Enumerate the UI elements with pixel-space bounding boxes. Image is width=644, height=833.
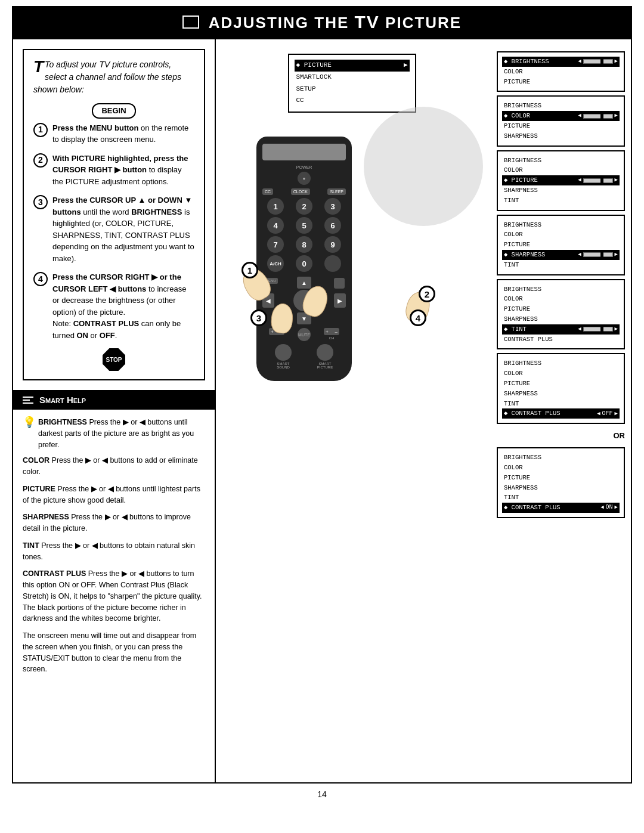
btn-0[interactable]: 0: [296, 255, 312, 272]
btn-8[interactable]: 8: [296, 236, 312, 253]
tv-icon: [182, 16, 199, 29]
stop-octagon: STOP: [103, 348, 125, 371]
step-1: 1 Press the MENU button on the remote to…: [33, 122, 194, 145]
remote-body: POWER ● CC CLOCK SLEEP 1 2 3: [256, 137, 352, 381]
smart-labels-row: SMARTSOUND SMARTPICTURE: [262, 344, 346, 369]
extra-btn[interactable]: [334, 278, 345, 289]
step-3: 3 Press the CURSOR UP ▲ or DOWN ▼ button…: [33, 194, 194, 264]
step-2: 2 With PICTURE highlighted, press the CU…: [33, 153, 194, 188]
smart-help-title: Smart Help: [39, 395, 86, 405]
step-num-1: 1: [33, 123, 48, 137]
remote-column: ◆ PICTURE▶ SMARTLOCK SETUP CC POWER ●: [216, 45, 488, 776]
instructions-box: T To adjust your TV picture controls, se…: [23, 49, 205, 380]
menu-item-cc: CC: [296, 95, 408, 107]
sh-color: COLOR Press the ▶ or ◀ buttons to add or…: [23, 455, 205, 478]
remote-screen: [262, 144, 346, 160]
begin-button: BEGIN: [92, 103, 135, 119]
step-text-2: With PICTURE highlighted, press the CURS…: [52, 153, 194, 188]
step-4: 4 Press the CURSOR RIGHT ▶ or the CURSOR…: [33, 271, 194, 341]
step-overlay-2: 2: [419, 286, 435, 302]
tv-screen-sharpness: BRIGHTNESS COLOR PICTURE ◆ SHARPNESS ◀ ▶…: [497, 215, 625, 275]
clock-button[interactable]: CLOCK: [291, 188, 310, 195]
screens-column: ◆ BRIGHTNESS ◀ ▶ COLOR PICTURE BRIGHTNES…: [488, 45, 631, 776]
step-num-4: 4: [33, 272, 48, 286]
btn-4[interactable]: 4: [267, 217, 284, 234]
sh-tint: TINT Press the ▶ or ◀ buttons to obtain …: [23, 540, 205, 563]
tv-screen-menu: ◆ PICTURE▶ SMARTLOCK SETUP CC: [288, 54, 416, 113]
btn-7[interactable]: 7: [267, 236, 284, 253]
page-title: Adjusting the TV Picture: [209, 12, 462, 32]
sh-picture: PICTURE Press the ▶ or ◀ buttons until l…: [23, 484, 205, 506]
main-content: T To adjust your TV picture controls, se…: [12, 38, 632, 784]
tv-screen-color: BRIGHTNESS ◆ COLOR ◀ ▶ PICTURE SHARPNESS: [497, 95, 625, 146]
or-label: OR: [614, 431, 626, 440]
btn-ach[interactable]: A/CH: [267, 255, 284, 272]
left-panel: T To adjust your TV picture controls, se…: [13, 39, 216, 782]
number-pad: 1 2 3 4 5 6 7 8 9 A/CH 0: [262, 198, 346, 272]
step-num-2: 2: [33, 153, 48, 168]
step-overlay-3: 3: [250, 309, 267, 326]
sleep-button[interactable]: SLEEP: [327, 188, 346, 195]
tv-screen-contrast-on: BRIGHTNESS COLOR PICTURE SHARPNESS TINT …: [497, 447, 625, 518]
btn-9[interactable]: 9: [324, 236, 341, 253]
cc-button[interactable]: CC: [262, 188, 273, 195]
btn-1[interactable]: 1: [267, 198, 284, 215]
step-num-3: 3: [33, 195, 48, 209]
gray-arc: [364, 107, 483, 226]
smart-picture-button[interactable]: [317, 344, 333, 361]
step-text-1: Press the MENU button on the remote to d…: [52, 122, 194, 145]
bulb-icon: 💡: [23, 417, 36, 428]
btn-6[interactable]: 6: [324, 217, 341, 234]
intro-text: T To adjust your TV picture controls, se…: [33, 58, 194, 96]
page-header: Adjusting the TV Picture: [12, 6, 632, 38]
remote-control: POWER ● CC CLOCK SLEEP 1 2 3: [239, 119, 465, 369]
tv-screen-tint: BRIGHTNESS COLOR PICTURE SHARPNESS ◆ TIN…: [497, 279, 625, 350]
stop-icon-area: STOP: [33, 348, 194, 371]
dpad-right[interactable]: ▶: [334, 293, 346, 308]
smart-sound-button[interactable]: [275, 344, 292, 361]
step-text-4: Press the CURSOR RIGHT ▶ or the CURSOR L…: [52, 271, 194, 341]
sh-brightness: 💡 BRIGHTNESS Press the ▶ or ◀ buttons un…: [23, 417, 205, 450]
sh-contrast-plus: CONTRAST PLUS Press the ▶ or ◀ buttons t…: [23, 568, 205, 624]
tv-screen-picture-hl: BRIGHTNESS COLOR ◆ PICTURE ◀ ▶ SHARPNESS…: [497, 150, 625, 211]
menu-item-picture: ◆ PICTURE▶: [295, 60, 410, 72]
menu-item-smartlock: SMARTLOCK: [296, 72, 408, 83]
step-overlay-4: 4: [410, 309, 426, 326]
step-overlay-1: 1: [242, 262, 258, 278]
sh-sharpness: SHARPNESS Press the ▶ or ◀ buttons to im…: [23, 512, 205, 534]
page-number: 14: [0, 784, 644, 805]
ch-control[interactable]: + –: [324, 328, 339, 335]
btn-3[interactable]: 3: [324, 198, 341, 215]
lines-icon: [23, 397, 33, 404]
mute-button[interactable]: MUTE: [298, 328, 311, 341]
tv-screen-brightness: ◆ BRIGHTNESS ◀ ▶ COLOR PICTURE: [497, 51, 625, 92]
tv-screen-contrast-off: BRIGHTNESS COLOR PICTURE SHARPNESS TINT …: [497, 353, 625, 424]
right-content: ◆ PICTURE▶ SMARTLOCK SETUP CC POWER ●: [216, 45, 631, 776]
btn-2[interactable]: 2: [296, 198, 312, 215]
menu-item-setup: SETUP: [296, 83, 408, 95]
step-text-3: Press the CURSOR UP ▲ or DOWN ▼ buttons …: [52, 194, 194, 264]
sh-timeout: The onscreen menu will time out and disa…: [23, 630, 205, 675]
dpad-up[interactable]: ▲: [297, 277, 311, 289]
btn-5[interactable]: 5: [296, 217, 312, 234]
top-button-row: CC CLOCK SLEEP: [262, 188, 346, 195]
right-panel: ◆ PICTURE▶ SMARTLOCK SETUP CC POWER ●: [216, 39, 631, 782]
smart-help-content: 💡 BRIGHTNESS Press the ▶ or ◀ buttons un…: [13, 410, 215, 688]
btn-empty: [324, 255, 341, 272]
power-label: POWER: [262, 165, 346, 169]
power-button[interactable]: ●: [298, 172, 311, 185]
smart-help-header: Smart Help: [13, 390, 215, 410]
